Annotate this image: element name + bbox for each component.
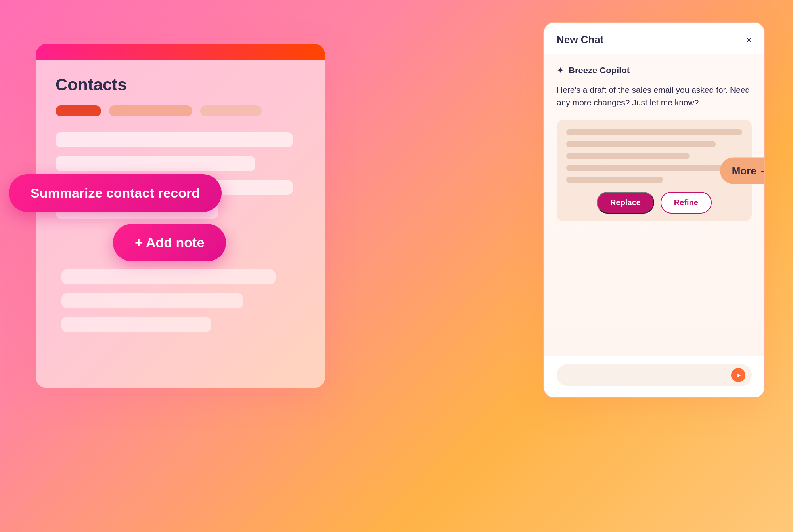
summarize-button-label: Summarize contact record <box>31 185 200 200</box>
copilot-header: ✦ Breeze Copilot <box>557 65 752 76</box>
summarize-contact-button[interactable]: Summarize contact record <box>9 174 222 212</box>
add-note-label: + Add note <box>135 235 204 250</box>
contacts-card: Contacts <box>36 44 325 388</box>
chat-body: ✦ Breeze Copilot Here's a draft of the s… <box>544 54 764 356</box>
send-icon[interactable]: ➤ <box>731 368 745 382</box>
filter-pill-secondary[interactable] <box>109 105 192 116</box>
draft-actions: Replace Refine <box>566 192 742 214</box>
breeze-icon: ✦ <box>557 65 564 76</box>
replace-button[interactable]: Replace <box>597 192 654 214</box>
lower-contact-rows <box>61 269 276 332</box>
list-item <box>56 156 255 171</box>
copilot-message: Here's a draft of the sales email you as… <box>557 84 752 109</box>
contacts-top-bar <box>36 44 325 60</box>
draft-line <box>566 165 742 171</box>
draft-line <box>566 177 663 183</box>
list-item <box>61 269 276 284</box>
add-note-button[interactable]: + Add note <box>113 224 226 261</box>
chat-input-bar: ➤ <box>557 364 752 386</box>
close-icon[interactable]: × <box>746 34 752 46</box>
draft-box: More → Replace Refine <box>557 120 752 221</box>
draft-line <box>566 129 742 135</box>
refine-button[interactable]: Refine <box>661 192 712 214</box>
chat-header: New Chat × <box>544 23 764 54</box>
list-item <box>61 293 243 308</box>
more-badge[interactable]: More → <box>720 157 764 184</box>
send-arrow: ➤ <box>736 372 741 379</box>
draft-line <box>566 153 690 159</box>
contacts-filter-row <box>56 105 305 116</box>
chat-title: New Chat <box>557 34 603 46</box>
chat-input-area: ➤ <box>544 356 764 397</box>
chat-panel: New Chat × ✦ Breeze Copilot Here's a dra… <box>543 22 765 398</box>
filter-pill-active[interactable] <box>56 105 101 116</box>
list-item <box>61 317 211 332</box>
filter-pill-tertiary[interactable] <box>200 105 262 116</box>
copilot-name: Breeze Copilot <box>569 65 630 76</box>
contacts-title: Contacts <box>56 75 305 94</box>
draft-line <box>566 141 716 147</box>
list-item <box>56 132 293 147</box>
